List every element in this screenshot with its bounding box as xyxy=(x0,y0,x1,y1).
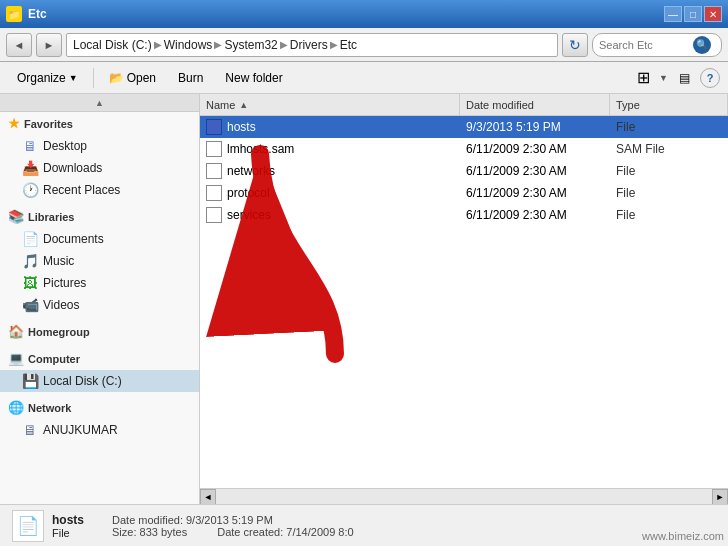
file-name-networks: networks xyxy=(200,162,460,180)
watermark: www.bimeiz.com xyxy=(642,530,724,542)
anujkumar-icon: 🖥 xyxy=(22,422,38,438)
scroll-right-arrow[interactable]: ► xyxy=(712,489,728,505)
window-icon: 📁 xyxy=(6,6,22,22)
computer-header[interactable]: 💻 Computer xyxy=(0,347,199,370)
file-area: Name ▲ Date modified Type hosts xyxy=(200,94,728,504)
window-title: Etc xyxy=(28,7,664,21)
open-icon: 📂 xyxy=(109,71,124,85)
file-date-networks: 6/11/2009 2:30 AM xyxy=(460,163,610,179)
scroll-left-arrow[interactable]: ◄ xyxy=(200,489,216,505)
sidebar-item-desktop[interactable]: 🖥 Desktop xyxy=(0,135,199,157)
status-info: hosts File xyxy=(52,513,84,539)
homegroup-label: Homegroup xyxy=(28,326,90,338)
open-button[interactable]: 📂 Open xyxy=(100,66,165,90)
col-header-name[interactable]: Name ▲ xyxy=(200,94,460,115)
back-button[interactable]: ◄ xyxy=(6,33,32,57)
toolbar: Organize ▼ 📂 Open Burn New folder ⊞ ▼ ▤ … xyxy=(0,62,728,94)
forward-button[interactable]: ► xyxy=(36,33,62,57)
address-bar: ◄ ► Local Disk (C:) ▶ Windows ▶ System32… xyxy=(0,28,728,62)
sidebar-item-local-disk[interactable]: 💾 Local Disk (C:) xyxy=(0,370,199,392)
status-type: File xyxy=(52,527,84,539)
videos-icon: 📹 xyxy=(22,297,38,313)
desktop-icon: 🖥 xyxy=(22,138,38,154)
scroll-track[interactable] xyxy=(216,489,712,505)
sidebar-item-videos[interactable]: 📹 Videos xyxy=(0,294,199,316)
recent-places-icon: 🕐 xyxy=(22,182,38,198)
file-row-hosts[interactable]: hosts 9/3/2013 5:19 PM File xyxy=(200,116,728,138)
status-file-icon: 📄 xyxy=(12,510,44,542)
path-segment-5[interactable]: Etc xyxy=(340,38,357,52)
sidebar-item-documents[interactable]: 📄 Documents xyxy=(0,228,199,250)
file-icon-services xyxy=(206,207,222,223)
status-details: Date modified: 9/3/2013 5:19 PM Size: 83… xyxy=(112,514,354,538)
homegroup-icon: 🏠 xyxy=(8,324,24,339)
sidebar-label-recent-places: Recent Places xyxy=(43,183,120,197)
network-header[interactable]: 🌐 Network xyxy=(0,396,199,419)
help-button[interactable]: ? xyxy=(700,68,720,88)
status-date-created: Date created: 7/14/2009 8:0 xyxy=(217,526,353,538)
libraries-header[interactable]: 📚 Libraries xyxy=(0,205,199,228)
sidebar-item-downloads[interactable]: 📥 Downloads xyxy=(0,157,199,179)
search-box: 🔍 xyxy=(592,33,722,57)
path-segment-4[interactable]: Drivers xyxy=(290,38,328,52)
favorites-star-icon: ★ xyxy=(8,116,20,131)
sidebar-item-pictures[interactable]: 🖼 Pictures xyxy=(0,272,199,294)
status-date-modified: Date modified: 9/3/2013 5:19 PM xyxy=(112,514,354,526)
sidebar-label-desktop: Desktop xyxy=(43,139,87,153)
address-path[interactable]: Local Disk (C:) ▶ Windows ▶ System32 ▶ D… xyxy=(66,33,558,57)
file-icon-protocol xyxy=(206,185,222,201)
maximize-button[interactable]: □ xyxy=(684,6,702,22)
sidebar-item-music[interactable]: 🎵 Music xyxy=(0,250,199,272)
favorites-header[interactable]: ★ Favorites xyxy=(0,112,199,135)
views-button[interactable]: ⊞ xyxy=(631,66,655,90)
file-row-lmhosts[interactable]: lmhosts.sam 6/11/2009 2:30 AM SAM File xyxy=(200,138,728,160)
file-type-protocol: File xyxy=(610,185,728,201)
homegroup-section: 🏠 Homegroup xyxy=(0,320,199,343)
file-date-services: 6/11/2009 2:30 AM xyxy=(460,207,610,223)
status-size: Size: 833 bytes xyxy=(112,526,187,538)
sidebar-item-anujkumar[interactable]: 🖥 ANUJKUMAR xyxy=(0,419,199,441)
file-row-networks[interactable]: networks 6/11/2009 2:30 AM File xyxy=(200,160,728,182)
views-dropdown-icon: ▼ xyxy=(659,73,668,83)
file-row-services[interactable]: services 6/11/2009 2:30 AM File xyxy=(200,204,728,226)
preview-pane-button[interactable]: ▤ xyxy=(672,66,696,90)
file-date-lmhosts: 6/11/2009 2:30 AM xyxy=(460,141,610,157)
file-icon-hosts xyxy=(206,119,222,135)
documents-icon: 📄 xyxy=(22,231,38,247)
main-area: ▲ ★ Favorites 🖥 Desktop 📥 Downloads 🕐 xyxy=(0,94,728,504)
new-folder-button[interactable]: New folder xyxy=(216,66,291,90)
refresh-button[interactable]: ↻ xyxy=(562,33,588,57)
path-segment-2[interactable]: Windows xyxy=(164,38,213,52)
sidebar-scroll-top: ▲ xyxy=(0,94,199,112)
file-list-header: Name ▲ Date modified Type xyxy=(200,94,728,116)
sort-arrow-name: ▲ xyxy=(239,100,248,110)
path-segment-1[interactable]: Local Disk (C:) xyxy=(73,38,152,52)
minimize-button[interactable]: — xyxy=(664,6,682,22)
organize-button[interactable]: Organize ▼ xyxy=(8,66,87,90)
search-input[interactable] xyxy=(599,39,689,51)
organize-label: Organize xyxy=(17,71,66,85)
col-header-type[interactable]: Type xyxy=(610,94,728,115)
close-button[interactable]: ✕ xyxy=(704,6,722,22)
col-header-date[interactable]: Date modified xyxy=(460,94,610,115)
local-disk-icon: 💾 xyxy=(22,373,38,389)
toolbar-separator-1 xyxy=(93,68,94,88)
homegroup-header[interactable]: 🏠 Homegroup xyxy=(0,320,199,343)
file-row-protocol[interactable]: protocol 6/11/2009 2:30 AM File xyxy=(200,182,728,204)
window-controls: — □ ✕ xyxy=(664,6,722,22)
path-segment-3[interactable]: System32 xyxy=(224,38,277,52)
file-list: hosts 9/3/2013 5:19 PM File lmhosts.sam … xyxy=(200,116,728,488)
sidebar-item-recent-places[interactable]: 🕐 Recent Places xyxy=(0,179,199,201)
file-type-hosts: File xyxy=(610,119,728,135)
search-button[interactable]: 🔍 xyxy=(693,36,711,54)
file-type-services: File xyxy=(610,207,728,223)
favorites-section: ★ Favorites 🖥 Desktop 📥 Downloads 🕐 Rece… xyxy=(0,112,199,201)
sidebar-label-music: Music xyxy=(43,254,74,268)
network-label: Network xyxy=(28,402,71,414)
computer-section: 💻 Computer 💾 Local Disk (C:) xyxy=(0,347,199,392)
burn-button[interactable]: Burn xyxy=(169,66,212,90)
downloads-folder-icon: 📥 xyxy=(22,160,38,176)
libraries-icon: 📚 xyxy=(8,209,24,224)
file-name-protocol: protocol xyxy=(200,184,460,202)
sidebar-label-downloads: Downloads xyxy=(43,161,102,175)
